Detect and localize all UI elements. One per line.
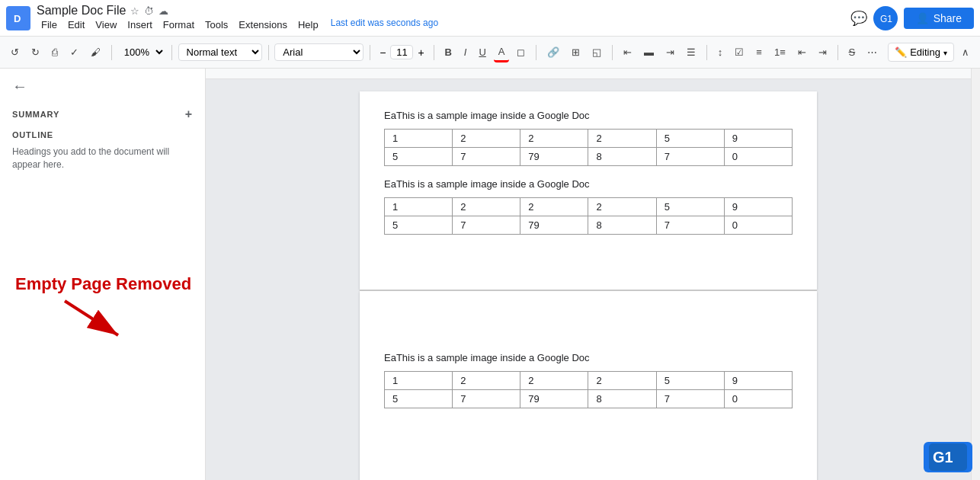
- cell: 5: [385, 390, 453, 408]
- summary-section: SUMMARY +: [12, 107, 193, 121]
- italic-button[interactable]: I: [460, 43, 472, 61]
- menu-insert[interactable]: Insert: [123, 18, 157, 32]
- print-button[interactable]: ⎙: [47, 43, 62, 61]
- style-select[interactable]: Normal text Heading 1 Heading 2: [178, 43, 262, 61]
- font-size-input[interactable]: [390, 45, 413, 59]
- table-row: 5 7 79 8 7 0: [385, 390, 793, 408]
- cell: 9: [724, 372, 792, 390]
- user-avatar[interactable]: G1: [873, 6, 898, 30]
- cell: 5: [656, 130, 724, 148]
- top-bar: D Sample Doc File ☆ ⏱ ☁ File Edit View I…: [0, 0, 980, 37]
- menu-view[interactable]: View: [91, 18, 121, 32]
- cell: 5: [656, 198, 724, 216]
- underline-button[interactable]: U: [474, 43, 490, 61]
- summary-add-button[interactable]: +: [185, 107, 193, 121]
- bullets-button[interactable]: ≡: [751, 43, 767, 61]
- indent-less-button[interactable]: ⇤: [793, 43, 811, 61]
- menu-edit[interactable]: Edit: [63, 18, 89, 32]
- cell: 7: [656, 148, 724, 166]
- line-spacing-button[interactable]: ↕: [713, 43, 728, 61]
- link-button[interactable]: 🔗: [543, 43, 564, 61]
- star-icon[interactable]: ☆: [130, 5, 139, 17]
- annotation-text: Empty Page Removed: [15, 274, 191, 294]
- font-color-button[interactable]: A: [494, 43, 510, 62]
- cell: 0: [724, 148, 792, 166]
- numbered-button[interactable]: 1≡: [770, 43, 790, 61]
- font-select[interactable]: Arial Times New Roman: [274, 43, 363, 61]
- doc-title: Sample Doc File: [37, 4, 126, 18]
- separator-8: [706, 45, 707, 60]
- summary-label: SUMMARY: [12, 110, 59, 119]
- cell: 2: [520, 130, 588, 148]
- indent-more-button[interactable]: ⇥: [814, 43, 831, 61]
- share-button[interactable]: 👤 Share: [904, 8, 974, 29]
- watermark: G1: [924, 442, 972, 472]
- outline-section: OUTLINE Headings you add to the document…: [12, 130, 193, 171]
- cell: 0: [724, 390, 792, 408]
- menu-bar: File Edit View Insert Format Tools Exten…: [37, 18, 844, 32]
- undo-button[interactable]: ↺: [6, 43, 24, 61]
- comment-icon[interactable]: 💬: [850, 10, 867, 27]
- doc-area[interactable]: EaThis is a sample image inside a Google…: [206, 79, 971, 480]
- cloud-icon[interactable]: ☁: [159, 5, 168, 17]
- watermark-logo: G1: [929, 443, 967, 471]
- cell: 7: [453, 216, 520, 235]
- align-right-button[interactable]: ⇥: [661, 43, 679, 61]
- section-3: EaThis is a sample image inside a Google…: [384, 352, 793, 408]
- align-justify-button[interactable]: ☰: [682, 43, 700, 61]
- image-button[interactable]: ⊞: [567, 43, 584, 61]
- section-1-intro: EaThis is a sample image inside a Google…: [384, 110, 793, 121]
- cell: 5: [656, 372, 724, 390]
- cell: 79: [520, 148, 588, 166]
- sidebar: ← SUMMARY + OUTLINE Headings you add to …: [0, 69, 206, 480]
- cell: 9: [724, 198, 792, 216]
- redo-button[interactable]: ↻: [27, 43, 44, 61]
- editing-mode-button[interactable]: ✏️ Editing: [888, 43, 954, 62]
- page-2: EaThis is a sample image inside a Google…: [360, 291, 817, 480]
- scrollbar[interactable]: [971, 69, 980, 480]
- annotation-overlay: Empty Page Removed: [15, 274, 191, 343]
- svg-text:G1: G1: [880, 14, 892, 24]
- font-size-increase[interactable]: +: [415, 45, 427, 60]
- menu-file[interactable]: File: [37, 18, 62, 32]
- ruler: [206, 69, 971, 79]
- section-2: EaThis is a sample image inside a Google…: [384, 178, 793, 235]
- table-3: 1 2 2 2 5 9 5 7 79 8 7: [384, 371, 793, 408]
- cell: 7: [453, 148, 520, 166]
- cell: 2: [453, 198, 520, 216]
- menu-format[interactable]: Format: [159, 18, 199, 32]
- table-1: 1 2 2 2 5 9 5 7 79 8 7: [384, 129, 793, 166]
- title-section: Sample Doc File ☆ ⏱ ☁ File Edit View Ins…: [37, 4, 844, 32]
- cell: 2: [453, 372, 520, 390]
- bold-button[interactable]: B: [440, 43, 456, 61]
- cell: 5: [385, 216, 453, 235]
- doc-icon[interactable]: D: [6, 6, 30, 30]
- cell: 1: [385, 130, 453, 148]
- cell: 7: [656, 216, 724, 235]
- highlight-button[interactable]: ◻: [512, 43, 530, 61]
- spellcheck-button[interactable]: ✓: [66, 43, 83, 61]
- table-row: 5 7 79 8 7 0: [385, 216, 793, 235]
- back-button[interactable]: ←: [12, 78, 193, 95]
- menu-help[interactable]: Help: [293, 18, 323, 32]
- align-center-button[interactable]: ▬: [639, 43, 658, 61]
- menu-tools[interactable]: Tools: [200, 18, 232, 32]
- table-row: 1 2 2 2 5 9: [385, 372, 793, 390]
- paint-format-button[interactable]: 🖌: [86, 43, 105, 61]
- zoom-select[interactable]: 100% 75% 50%: [118, 44, 165, 60]
- last-edit: Last edit was seconds ago: [331, 18, 438, 32]
- align-left-button[interactable]: ⇤: [619, 43, 636, 61]
- collapse-button[interactable]: ∧: [957, 43, 974, 61]
- arrow-icon: [61, 297, 130, 343]
- more-button[interactable]: ⋯: [863, 43, 882, 61]
- strikethrough-button[interactable]: S: [844, 43, 860, 61]
- font-size-decrease[interactable]: −: [376, 45, 389, 60]
- menu-extensions[interactable]: Extensions: [234, 18, 292, 32]
- table-2: 1 2 2 2 5 9 5 7 79 8 7: [384, 197, 793, 235]
- checklist-button[interactable]: ☑: [730, 43, 748, 61]
- cell: 2: [453, 130, 520, 148]
- draw-button[interactable]: ◱: [588, 43, 606, 61]
- cell: 2: [588, 130, 656, 148]
- page-1: EaThis is a sample image inside a Google…: [360, 91, 817, 290]
- history-icon[interactable]: ⏱: [144, 5, 154, 17]
